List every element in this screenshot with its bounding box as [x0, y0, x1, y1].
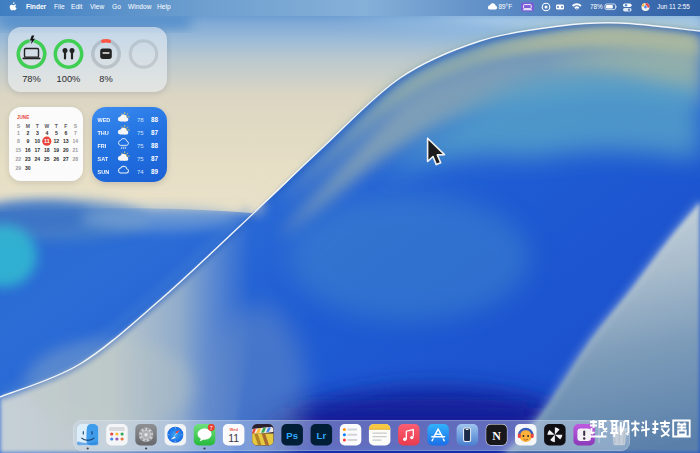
svg-text:N: N: [492, 429, 501, 443]
svg-text:11: 11: [228, 432, 239, 444]
svg-text:7: 7: [210, 425, 213, 431]
svg-text:Ps: Ps: [286, 430, 298, 441]
svg-text:Lr: Lr: [317, 430, 327, 441]
